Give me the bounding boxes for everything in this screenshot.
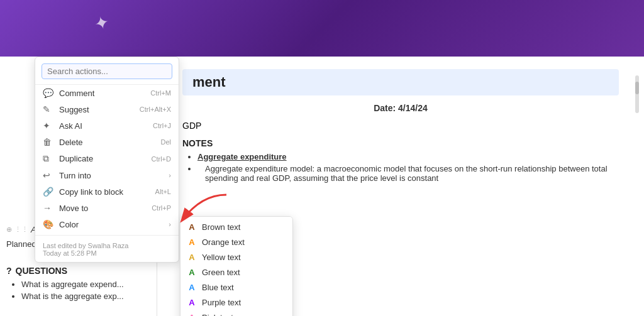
menu-item-copylink[interactable]: 🔗 Copy link to block Alt+L: [35, 183, 179, 200]
notes-content: Aggregate expenditure Aggregate expendit…: [182, 152, 619, 183]
search-input[interactable]: [42, 63, 172, 79]
menu-label-delete: Delete: [59, 138, 155, 147]
last-edited-time: Today at 5:28 PM: [43, 249, 171, 257]
scrollbar-track: [635, 75, 639, 113]
duplicate-icon: ⧉: [43, 153, 54, 164]
notes-heading: NOTES: [182, 138, 619, 148]
orange-text-label: Orange text: [202, 237, 245, 247]
context-menu: 💬 Comment Ctrl+M ✎ Suggest Ctrl+Alt+X ✦ …: [35, 57, 179, 263]
menu-shortcut-askai: Ctrl+J: [153, 122, 171, 129]
purple-text-label: Purple text: [202, 298, 241, 307]
notes-item-1: Aggregate expenditure: [197, 152, 619, 161]
purple-text-dot: A: [187, 297, 197, 307]
askai-icon: ✦: [43, 121, 54, 131]
suggest-icon: ✎: [43, 104, 54, 114]
menu-label-askai: Ask AI: [59, 121, 148, 131]
menu-shortcut-delete: Del: [160, 138, 171, 146]
doc-date: Date: 4/14/24: [182, 103, 619, 113]
scrollbar-thumb[interactable]: [635, 82, 639, 94]
green-text-label: Green text: [202, 268, 240, 277]
main-area: 💬 Comment Ctrl+M ✎ Suggest Ctrl+Alt+X ✦ …: [0, 57, 644, 316]
star-icon: ✦: [92, 11, 111, 35]
menu-item-suggest[interactable]: ✎ Suggest Ctrl+Alt+X: [35, 101, 179, 117]
menu-label-duplicate: Duplicate: [59, 154, 147, 163]
delete-icon: 🗑: [43, 137, 54, 147]
comment-icon: 💬: [43, 88, 54, 98]
blue-text-dot: A: [187, 282, 197, 292]
menu-label-comment: Comment: [59, 89, 145, 98]
question-item-2: What is the aggregate exp...: [21, 291, 124, 301]
moveto-icon: →: [43, 203, 54, 213]
doc-title: ment: [182, 69, 619, 95]
menu-label-turninto: Turn into: [59, 171, 169, 180]
blue-text-label: Blue text: [202, 283, 234, 292]
questions-list: What is aggregate expend... What is the …: [6, 280, 124, 301]
menu-label-suggest: Suggest: [59, 105, 135, 114]
menu-shortcut-comment: Ctrl+M: [150, 89, 171, 97]
orange-text-dot: A: [187, 237, 197, 247]
pink-text-dot: A: [187, 312, 197, 316]
add-icon: ⊕: [6, 226, 12, 234]
menu-item-turninto[interactable]: ↩ Turn into ›: [35, 167, 179, 183]
header-banner: ✦: [0, 0, 644, 57]
last-edited-info: Last edited by Swalha Raza Today at 5:28…: [35, 238, 179, 258]
notes-item-2: Aggregate expenditure model: a macroecon…: [197, 164, 619, 183]
menu-label-moveto: Move to: [59, 204, 147, 213]
menu-shortcut-suggest: Ctrl+Alt+X: [140, 106, 171, 113]
menu-shortcut-duplicate: Ctrl+D: [152, 155, 171, 163]
color-yellow-text[interactable]: A Yellow text: [180, 249, 292, 264]
menu-divider: [35, 235, 179, 236]
color-icon: 🎨: [43, 219, 54, 229]
red-arrow-svg: [164, 188, 245, 232]
turninto-arrow: ›: [169, 172, 171, 179]
bullet-icon: ⋮⋮: [14, 226, 28, 234]
color-orange-text[interactable]: A Orange text: [180, 234, 292, 249]
menu-item-delete[interactable]: 🗑 Delete Del: [35, 134, 179, 150]
notes-definition: Aggregate expenditure model: a macroecon…: [205, 164, 608, 183]
color-purple-text[interactable]: A Purple text: [180, 295, 292, 310]
pink-text-label: Pink text: [202, 313, 233, 317]
menu-label-copylink: Copy link to block: [59, 187, 150, 197]
questions-heading: ? QUESTIONS: [6, 266, 124, 276]
menu-item-comment[interactable]: 💬 Comment Ctrl+M: [35, 85, 179, 101]
turninto-icon: ↩: [43, 170, 54, 180]
search-box[interactable]: [35, 61, 179, 85]
menu-item-color[interactable]: 🎨 Color › A Brown text A Orange text A: [35, 216, 179, 232]
color-blue-text[interactable]: A Blue text: [180, 280, 292, 295]
menu-item-askai[interactable]: ✦ Ask AI Ctrl+J: [35, 117, 179, 134]
menu-label-color: Color: [59, 220, 169, 229]
arrow-annotation: [164, 188, 245, 234]
menu-item-duplicate[interactable]: ⧉ Duplicate Ctrl+D: [35, 150, 179, 167]
gdp-label: GDP: [182, 121, 201, 131]
green-text-dot: A: [187, 267, 197, 277]
yellow-text-dot: A: [187, 252, 197, 262]
gdp-section: GDP: [182, 121, 619, 131]
left-panel: 💬 Comment Ctrl+M ✎ Suggest Ctrl+Alt+X ✦ …: [0, 57, 157, 316]
last-edited-by: Last edited by Swalha Raza: [43, 242, 171, 249]
menu-item-moveto[interactable]: → Move to Ctrl+P: [35, 200, 179, 216]
copylink-icon: 🔗: [43, 187, 54, 197]
question-mark-icon: ?: [6, 266, 12, 276]
color-pink-text[interactable]: A Pink text: [180, 310, 292, 316]
aggregate-expenditure-term: Aggregate expenditure: [197, 152, 287, 161]
yellow-text-label: Yellow text: [202, 253, 241, 262]
question-item-1: What is aggregate expend...: [21, 280, 124, 289]
color-green-text[interactable]: A Green text: [180, 264, 292, 280]
